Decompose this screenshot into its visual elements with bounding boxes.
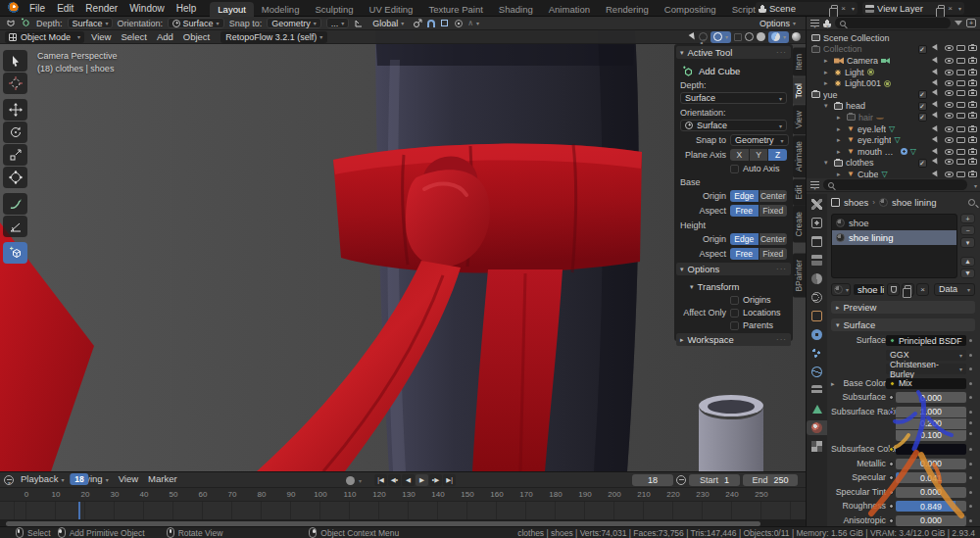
exclude-checkbox-icon[interactable]: ✓ (918, 102, 927, 111)
material-slot-shoe-lining[interactable]: shoe lining (832, 230, 956, 245)
value-field[interactable]: 0.200 (896, 418, 966, 429)
transform-tool-button[interactable] (3, 167, 27, 188)
decorator-dot[interactable] (969, 463, 972, 465)
sidebar-tab-bpainter[interactable]: BPainter (793, 254, 806, 298)
outliner-row-mouth-cavity[interactable]: ▸▼mouth cavity▽ (807, 146, 980, 158)
render-disable-icon[interactable] (968, 113, 977, 119)
render-disable-icon[interactable] (968, 159, 977, 165)
value-slider[interactable]: 0.000 (896, 515, 966, 526)
outliner-row-camera[interactable]: ▸Camera (807, 55, 980, 67)
options-panel-header[interactable]: ▾Options (676, 263, 791, 275)
world-properties-tab[interactable] (807, 290, 827, 305)
move-up-slot-button[interactable]: ▲ (960, 257, 975, 267)
scene-selector[interactable]: Scene × (756, 2, 858, 15)
xray-toggle[interactable] (734, 33, 742, 41)
value-slider[interactable]: 0.041 (896, 472, 966, 483)
workspace-panel-header[interactable]: ▸Workspace (676, 333, 791, 346)
sidebar-tab-item[interactable]: Item (793, 48, 806, 76)
hide-toggle-icon[interactable] (945, 137, 954, 143)
affect-parents-checkbox[interactable] (730, 321, 739, 330)
plane-axis-z-button[interactable]: Z (768, 149, 787, 161)
decorator-dot[interactable] (969, 476, 972, 479)
play-button[interactable]: ▶ (416, 474, 428, 486)
editor-type-timeline-icon[interactable] (4, 475, 14, 485)
editor-type-outliner-icon[interactable] (810, 20, 819, 27)
viewport-menu-select[interactable]: Select (116, 30, 151, 44)
render-disable-icon[interactable] (968, 45, 977, 51)
hide-toggle-icon[interactable] (945, 113, 954, 119)
decorator-dot[interactable] (969, 367, 972, 370)
view-layer-properties-tab[interactable] (807, 253, 827, 268)
jump-to-next-keyframe-button[interactable]: •▶ (429, 474, 442, 486)
outliner-row-yue[interactable]: yue✓ (807, 89, 980, 101)
viewport-disable-icon[interactable] (956, 90, 965, 96)
hide-toggle-icon[interactable] (945, 159, 954, 165)
snap-settings-dropdown[interactable] (440, 19, 450, 28)
orientation-dropdown[interactable]: Surface (680, 120, 787, 131)
expand-icon[interactable]: ▸ (831, 378, 835, 389)
hide-toggle-icon[interactable] (945, 126, 954, 132)
viewport-disable-icon[interactable] (956, 126, 965, 132)
editor-type-properties-icon[interactable] (810, 181, 819, 189)
new-material-button[interactable] (902, 283, 914, 296)
viewport-disable-icon[interactable] (956, 113, 965, 119)
base-aspect-free-button[interactable]: Free (730, 205, 759, 217)
sidebar-tab-edit[interactable]: Edit (793, 179, 806, 206)
viewport-menu-add[interactable]: Add (152, 30, 178, 44)
decorator-dot[interactable] (969, 411, 972, 414)
scene-properties-tab[interactable] (807, 271, 827, 286)
constraints-properties-tab[interactable] (807, 383, 827, 398)
use-preview-range-icon[interactable] (676, 475, 686, 485)
expander-icon[interactable]: ▸ (837, 171, 844, 178)
particles-properties-tab[interactable] (807, 346, 827, 361)
tweak-select-tool-button[interactable] (3, 50, 27, 72)
pin-icon[interactable] (968, 199, 975, 206)
retopoflow-menu[interactable]: RetopoFlow 3.2.1 (self) (220, 31, 327, 43)
transform-orientation-dropdown[interactable]: Global (368, 18, 408, 28)
expander-icon[interactable]: ▾ (824, 102, 831, 110)
rotate-tool-button[interactable] (3, 122, 27, 143)
playhead[interactable]: 18 (70, 473, 88, 485)
render-disable-icon[interactable] (968, 126, 977, 132)
breadcrumb-material[interactable]: shoe lining (892, 197, 936, 208)
menu-help[interactable]: Help (171, 0, 203, 17)
menu-window[interactable]: Window (123, 0, 171, 17)
menu-file[interactable]: File (24, 0, 51, 17)
viewport-3d[interactable]: Object Mode ViewSelectAddObject RetopoFl… (0, 30, 806, 471)
render-disable-icon[interactable] (968, 80, 977, 86)
modifiers-properties-tab[interactable] (807, 327, 827, 342)
snap-to-dropdown[interactable]: Geometry (267, 18, 321, 28)
start-frame-field[interactable]: Start1 (689, 474, 740, 486)
render-disable-icon[interactable] (968, 70, 977, 75)
decorator-dot[interactable] (969, 519, 972, 522)
exclude-checkbox-icon[interactable]: ✓ (918, 159, 927, 168)
hide-toggle-icon[interactable] (945, 58, 954, 64)
viewport-disable-icon[interactable] (956, 102, 965, 108)
add-slot-button[interactable]: + (960, 214, 975, 223)
menu-render[interactable]: Render (79, 0, 123, 17)
workspace-tab-layout[interactable]: Layout (210, 2, 254, 17)
object-data-properties-tab[interactable] (807, 402, 827, 416)
workspace-tab-uv-editing[interactable]: UV Editing (362, 2, 421, 17)
height-origin-center-button[interactable]: Center (760, 233, 788, 245)
outliner-row-light[interactable]: ▸Light (807, 67, 980, 78)
output-properties-tab[interactable] (807, 234, 827, 249)
unlink-material-button[interactable]: × (916, 283, 929, 296)
fake-user-button[interactable] (887, 283, 900, 296)
timeline-menu-view[interactable]: View (114, 472, 143, 487)
material-name-field[interactable]: shoe lining (853, 283, 885, 296)
timeline-track-area[interactable] (0, 502, 806, 519)
render-disable-icon[interactable] (968, 90, 977, 96)
sidebar-tab-tool[interactable]: Tool (793, 77, 806, 105)
selectable-toggle-icon[interactable] (931, 136, 939, 144)
decorator-dot[interactable] (969, 396, 972, 399)
hide-toggle-icon[interactable] (945, 102, 954, 108)
blender-logo-icon[interactable] (6, 2, 19, 15)
selectable-toggle-icon[interactable] (931, 171, 939, 178)
proportional-falloff-dropdown[interactable]: ∧ (467, 19, 479, 27)
render-disable-icon[interactable] (968, 102, 977, 108)
view-layer-selector[interactable]: View Layer × (862, 2, 964, 15)
workspace-tab-texture-paint[interactable]: Texture Paint (420, 2, 490, 17)
sidebar-tab-animate[interactable]: Animate (793, 135, 806, 177)
depth-dropdown[interactable]: Surface (680, 92, 787, 104)
